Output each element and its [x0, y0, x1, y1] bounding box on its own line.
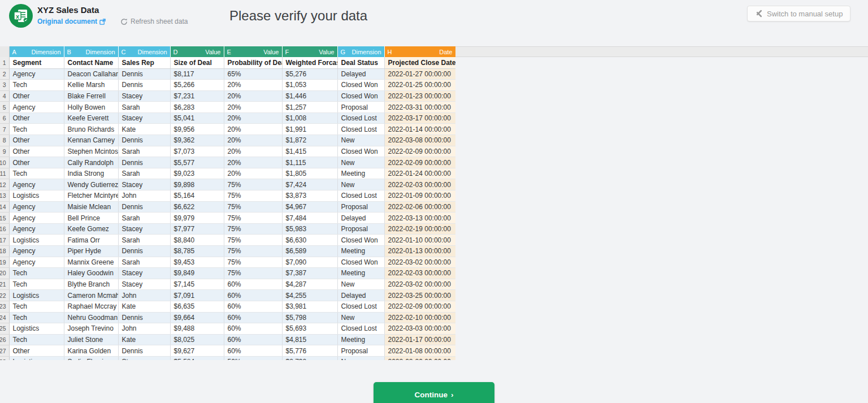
cell-h19: 2022-03-02 00:00:00	[384, 257, 455, 268]
column-letter: H	[388, 49, 392, 55]
cell-d7: $9,956	[170, 124, 224, 135]
cell-b14: Maisie Mclean	[64, 201, 118, 213]
table-row: 22LogisticsCameron McmahonJohn$7,09160%$…	[0, 290, 455, 301]
external-link-icon	[99, 19, 106, 25]
cell-b4: Blake Ferrell	[64, 90, 118, 102]
cell-c25: John	[118, 323, 170, 335]
row-number: 20	[0, 268, 9, 279]
cell-g19: Closed Won	[337, 257, 384, 268]
cell-g10: New	[337, 157, 384, 168]
cell-e14: 75%	[224, 201, 282, 213]
cell-b3: Kellie Marsh	[64, 80, 118, 91]
cell-e28: 50%	[224, 356, 282, 360]
cell-h25: 2022-03-03 00:00:00	[384, 323, 455, 335]
table-row: 10OtherCally RandolphDennis$5,57720%$1,1…	[0, 157, 455, 168]
sheet-preview[interactable]: ADimensionBDimensionCDimensionDValueEVal…	[0, 46, 455, 360]
cell-e6: 20%	[224, 112, 282, 124]
cell-f9: $1,415	[282, 146, 337, 157]
cell-e24: 60%	[224, 312, 282, 323]
cell-b21: Blythe Branch	[64, 279, 118, 290]
cell-e5: 20%	[224, 102, 282, 113]
cell-a22: Logistics	[9, 290, 64, 301]
row-number: 1	[0, 57, 9, 68]
cell-c22: John	[118, 290, 170, 301]
cell-b18: Piper Hyde	[64, 246, 118, 257]
document-sublinks: Original document Refresh sheet data	[37, 18, 188, 25]
column-band-g[interactable]: GDimension	[337, 46, 384, 57]
cell-h18: 2022-01-13 00:00:00	[384, 246, 455, 257]
cell-d9: $7,073	[170, 146, 224, 157]
row-number: 12	[0, 179, 9, 190]
cell-e27: 60%	[224, 345, 282, 357]
table-row: 18AgencyPiper HydeDennis$8,78575%$6,589M…	[0, 246, 455, 257]
row-number: 17	[0, 235, 9, 246]
cell-c9: Sarah	[118, 146, 170, 157]
cell-c15: Sarah	[118, 213, 170, 224]
cell-f8: $1,872	[282, 135, 337, 146]
column-band-filler	[455, 46, 868, 57]
column-band-f[interactable]: FValue	[282, 46, 337, 57]
cell-a5: Agency	[9, 102, 64, 113]
column-band-h[interactable]: HDate	[384, 46, 455, 57]
cell-h26: 2022-01-17 00:00:00	[384, 334, 455, 345]
cell-g7: Closed Lost	[337, 124, 384, 135]
refresh-sheet-data-button[interactable]: Refresh sheet data	[120, 18, 188, 25]
cell-a4: Other	[9, 90, 64, 102]
table-row: 27OtherKarina GoldenDennis$9,62760%$5,77…	[0, 345, 455, 357]
table-row: 23TechRaphael MccrayKate$6,63560%$3,981C…	[0, 301, 455, 312]
cell-d26: $8,025	[170, 334, 224, 345]
column-band-d[interactable]: DValue	[170, 46, 224, 57]
switch-to-manual-setup-button[interactable]: Switch to manual setup	[747, 6, 850, 21]
cell-a20: Tech	[9, 268, 64, 279]
cell-h7: 2022-01-14 00:00:00	[384, 124, 455, 135]
cell-b17: Fatima Orr	[64, 235, 118, 246]
cell-e7: 20%	[224, 124, 282, 135]
column-type-band: ADimensionBDimensionCDimensionDValueEVal…	[0, 46, 455, 57]
cell-f26: $4,815	[282, 334, 337, 345]
cell-b15: Bell Prince	[64, 213, 118, 224]
cell-c5: Sarah	[118, 102, 170, 113]
cell-e18: 75%	[224, 246, 282, 257]
cell-f19: $7,090	[282, 257, 337, 268]
continue-button[interactable]: Continue ›	[374, 382, 494, 403]
cell-d28: $5,584	[170, 356, 224, 360]
cell-a15: Agency	[9, 213, 64, 224]
column-header-size-of-deal: Size of Deal	[170, 57, 224, 68]
cell-c26: Kate	[118, 334, 170, 345]
cell-e4: 20%	[224, 90, 282, 102]
row-number: 7	[0, 124, 9, 135]
row-number: 16	[0, 223, 9, 235]
cell-h23: 2022-02-09 00:00:00	[384, 301, 455, 312]
cell-g20: Meeting	[337, 268, 384, 279]
cell-a23: Tech	[9, 301, 64, 312]
column-band-e[interactable]: EValue	[224, 46, 282, 57]
cell-a17: Logistics	[9, 235, 64, 246]
cell-b25: Joseph Trevino	[64, 323, 118, 335]
row-number: 9	[0, 146, 9, 157]
row-number: 26	[0, 334, 9, 345]
table-row: 26TechJuliet StoneKate$8,02560%$4,815Mee…	[0, 334, 455, 345]
cell-e17: 75%	[224, 235, 282, 246]
cell-f21: $4,287	[282, 279, 337, 290]
column-letter: B	[67, 49, 71, 55]
column-band-c[interactable]: CDimension	[118, 46, 170, 57]
column-header-contact-name: Contact Name	[64, 57, 118, 68]
cell-d20: $9,849	[170, 268, 224, 279]
column-band-a[interactable]: ADimension	[9, 46, 64, 57]
cell-f11: $1,805	[282, 168, 337, 179]
cell-b27: Karina Golden	[64, 345, 118, 357]
cell-b19: Mannix Greene	[64, 257, 118, 268]
column-type-label: Dimension	[352, 49, 381, 55]
cell-h8: 2022-03-08 00:00:00	[384, 135, 455, 146]
row-number: 25	[0, 323, 9, 335]
cell-e10: 20%	[224, 157, 282, 168]
cell-e20: 75%	[224, 268, 282, 279]
cell-e11: 20%	[224, 168, 282, 179]
cell-c11: Sarah	[118, 168, 170, 179]
cell-d11: $9,023	[170, 168, 224, 179]
column-band-b[interactable]: BDimension	[64, 46, 118, 57]
cell-a26: Tech	[9, 334, 64, 345]
original-document-link[interactable]: Original document	[37, 18, 106, 25]
column-type-label: Value	[205, 49, 220, 55]
cell-d12: $9,898	[170, 179, 224, 190]
